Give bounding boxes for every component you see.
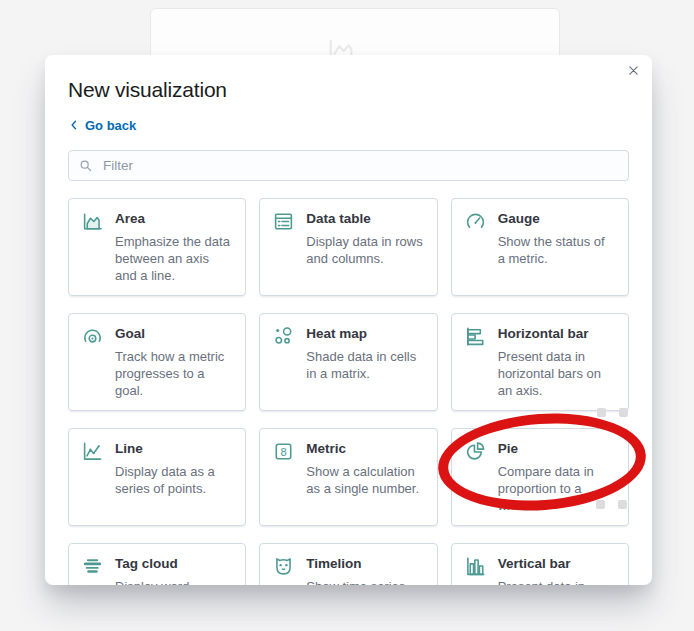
vis-type-title: Pie: [498, 440, 615, 458]
vis-type-title: Heat map: [306, 325, 423, 343]
vis-type-description: Show a calculation as a single number.: [306, 463, 423, 497]
go-back-label: Go back: [85, 118, 136, 133]
timelion-icon: [273, 556, 294, 577]
new-visualization-modal: New visualization Go back Area Emphasize…: [45, 55, 652, 585]
vis-card-timelion[interactable]: Timelion Show time series data on a grap…: [259, 543, 437, 585]
vis-type-title: Area: [115, 210, 232, 228]
svg-text:8: 8: [281, 446, 287, 458]
screen: New visualization Go back Area Emphasize…: [0, 0, 694, 631]
vertical-bar-icon: [465, 556, 486, 577]
vis-type-title: Tag cloud: [115, 555, 232, 573]
vis-type-description: Shade data in cells in a matrix.: [306, 348, 423, 382]
vis-type-description: Present data in vertical bars on an axis…: [498, 578, 615, 585]
vis-type-description: Display data as a series of points.: [115, 463, 232, 497]
vis-type-description: Track how a metric progresses to a goal.: [115, 348, 232, 399]
vis-type-description: Display word frequency with font size.: [115, 578, 232, 585]
vis-type-description: Present data in horizontal bars on an ax…: [498, 348, 615, 399]
vis-type-title: Vertical bar: [498, 555, 615, 573]
close-icon[interactable]: [624, 61, 642, 79]
annotation-handle: [596, 500, 605, 509]
gauge-icon: [465, 211, 486, 232]
vis-type-title: Horizontal bar: [498, 325, 615, 343]
vis-card-line[interactable]: Line Display data as a series of points.: [68, 428, 246, 526]
metric-icon: 8: [273, 441, 294, 462]
vis-type-title: Gauge: [498, 210, 615, 228]
vis-card-data-table[interactable]: Data table Display data in rows and colu…: [259, 198, 437, 296]
search-icon: [79, 159, 93, 173]
modal-title: New visualization: [68, 77, 629, 103]
filter-input[interactable]: [101, 157, 618, 174]
vis-card-tag-cloud[interactable]: Tag cloud Display word frequency with fo…: [68, 543, 246, 585]
area-icon: [82, 211, 103, 232]
go-back-link[interactable]: Go back: [68, 117, 136, 133]
chevron-left-icon: [68, 119, 80, 131]
vis-type-title: Metric: [306, 440, 423, 458]
vis-card-metric[interactable]: 8 Metric Show a calculation as a single …: [259, 428, 437, 526]
vis-card-area[interactable]: Area Emphasize the data between an axis …: [68, 198, 246, 296]
horizontal-bar-icon: [465, 326, 486, 347]
vis-card-goal[interactable]: Goal Track how a metric progresses to a …: [68, 313, 246, 411]
vis-type-title: Data table: [306, 210, 423, 228]
goal-icon: [82, 326, 103, 347]
annotation-handle: [619, 408, 628, 417]
pie-icon: [465, 441, 486, 462]
vis-type-title: Timelion: [306, 555, 423, 573]
data-table-icon: [273, 211, 294, 232]
vis-card-heat-map[interactable]: Heat map Shade data in cells in a matrix…: [259, 313, 437, 411]
vis-type-description: Show the status of a metric.: [498, 233, 615, 267]
vis-type-description: Display data in rows and columns.: [306, 233, 423, 267]
vis-type-description: Emphasize the data between an axis and a…: [115, 233, 232, 284]
vis-type-title: Line: [115, 440, 232, 458]
vis-card-vertical-bar[interactable]: Vertical bar Present data in vertical ba…: [451, 543, 629, 585]
vis-card-horizontal-bar[interactable]: Horizontal bar Present data in horizonta…: [451, 313, 629, 411]
tag-cloud-icon: [82, 556, 103, 577]
heat-map-icon: [273, 326, 294, 347]
vis-type-grid: Area Emphasize the data between an axis …: [68, 198, 629, 585]
vis-type-title: Goal: [115, 325, 232, 343]
line-icon: [82, 441, 103, 462]
annotation-handle: [618, 500, 627, 509]
vis-card-pie[interactable]: Pie Compare data in proportion to a whol…: [451, 428, 629, 526]
vis-card-gauge[interactable]: Gauge Show the status of a metric.: [451, 198, 629, 296]
vis-type-description: Show time series data on a graph.: [306, 578, 423, 585]
annotation-handle: [597, 408, 606, 417]
filter-field: [68, 150, 629, 181]
